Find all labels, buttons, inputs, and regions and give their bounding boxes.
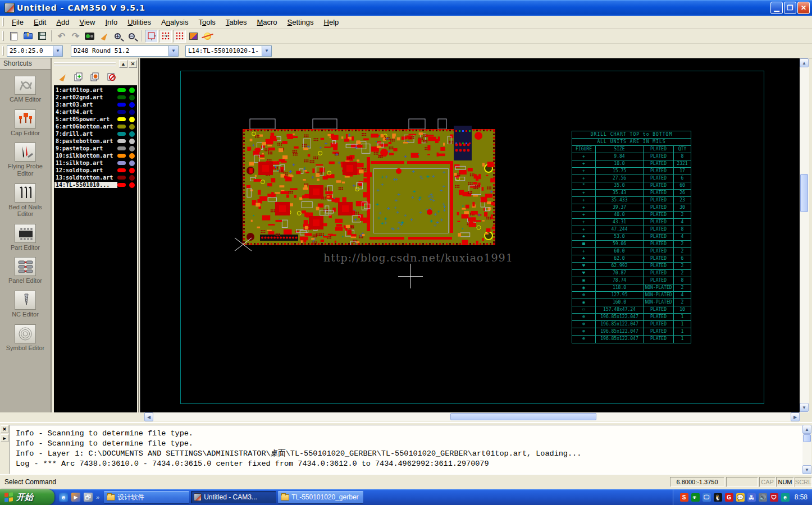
layer-draw-color[interactable]: [117, 125, 126, 128]
layer-draw-color[interactable]: [117, 154, 126, 158]
show-desktop-icon[interactable]: 🗗: [84, 493, 93, 502]
layer-row[interactable]: 5:art05power.art: [54, 116, 136, 123]
layer-row[interactable]: 1:art01top.art: [54, 86, 136, 94]
menu-tools[interactable]: Tools: [194, 17, 221, 27]
shortcut-panel-editor[interactable]: Panel Editor: [0, 257, 51, 284]
log-scroll-down-button[interactable]: ▼: [802, 465, 811, 474]
layers-table-button[interactable]: [89, 72, 101, 82]
close-button[interactable]: ✕: [797, 2, 810, 14]
layer-draw-color[interactable]: [117, 117, 126, 121]
layer-draw-color[interactable]: [117, 132, 126, 136]
layers-panel-collapse-button[interactable]: ▲: [119, 60, 127, 68]
taskbar-task--[interactable]: 设计软件: [104, 491, 189, 503]
taskbar-task-tl-550101020-gerber[interactable]: TL-550101020_gerber: [278, 491, 363, 503]
dcode-select[interactable]: D248 Round 51.2 ▼: [71, 45, 179, 57]
restore-button[interactable]: ❐: [784, 2, 796, 14]
minimize-button[interactable]: ▁: [770, 2, 783, 14]
horizontal-scroll-thumb[interactable]: [450, 413, 596, 420]
e-alert-tray-icon[interactable]: e: [781, 493, 790, 502]
grid-button[interactable]: [173, 30, 186, 43]
qq-tray-icon[interactable]: 🐧: [714, 493, 722, 502]
layer-flash-color[interactable]: [129, 131, 135, 137]
menu-utilities[interactable]: Utilities: [122, 17, 156, 27]
layer-row[interactable]: 14:TL-5501010...: [54, 181, 136, 189]
layer-draw-color[interactable]: [117, 161, 126, 165]
menu-macro[interactable]: Macro: [252, 17, 282, 27]
new-file-button[interactable]: [7, 30, 20, 43]
menu-help[interactable]: Help: [319, 17, 344, 27]
redo-button[interactable]: ↷: [69, 30, 82, 43]
layer-draw-color[interactable]: [117, 168, 126, 172]
layer-flash-color[interactable]: [129, 146, 135, 152]
menu-tables[interactable]: Tables: [221, 17, 252, 27]
media-player-icon[interactable]: ►: [71, 493, 80, 502]
layer-flash-color[interactable]: [129, 168, 135, 173]
save-button[interactable]: [35, 30, 48, 43]
shortcut-symbol-editor[interactable]: Symbol Editor: [0, 324, 51, 352]
layer-draw-color[interactable]: [117, 95, 126, 99]
layer-draw-color[interactable]: [117, 103, 126, 107]
layers-clean-button[interactable]: [56, 72, 68, 82]
layer-row[interactable]: 3:art03.art: [54, 101, 136, 108]
log-scroll-up-button[interactable]: ▲: [802, 425, 811, 434]
scroll-down-button[interactable]: ▼: [800, 403, 809, 412]
selector-grip[interactable]: [2, 46, 4, 56]
layer-flash-color[interactable]: [129, 88, 135, 93]
layer-flash-color[interactable]: [129, 102, 135, 108]
layer-draw-color[interactable]: [117, 139, 126, 143]
layer-flash-color[interactable]: [129, 139, 135, 144]
layers-add-button[interactable]: [72, 72, 84, 82]
layer-flash-color[interactable]: [129, 182, 135, 188]
layer-row[interactable]: 7:drill.art: [54, 130, 136, 137]
layer-flash-color[interactable]: [129, 160, 135, 166]
layer-flash-color[interactable]: [129, 117, 135, 122]
layer-row[interactable]: 4:art04.art: [54, 108, 136, 116]
layer-draw-color[interactable]: [117, 183, 126, 187]
layers-panel-close-button[interactable]: ✕: [129, 60, 137, 68]
shortcut-nc-editor[interactable]: NC Editor: [0, 291, 51, 318]
toolbar-grip[interactable]: [2, 31, 4, 41]
layer-row[interactable]: 10:silkbottom.art: [54, 152, 136, 159]
internet-explorer-icon[interactable]: e: [59, 493, 68, 502]
chat-tray-icon[interactable]: 💬: [736, 493, 745, 502]
scroll-right-button[interactable]: ▶: [791, 412, 800, 421]
shield-tray-icon[interactable]: 🛡: [770, 493, 778, 502]
vertical-scroll-thumb[interactable]: [800, 174, 808, 212]
layers-panel-grip[interactable]: [54, 62, 116, 66]
menu-file[interactable]: File: [7, 17, 29, 27]
menu-edit[interactable]: Edit: [29, 17, 51, 27]
log-expand-button[interactable]: ▸: [1, 434, 8, 442]
g-tray-icon[interactable]: G: [725, 493, 733, 502]
layer-row[interactable]: 9:pastetop.art: [54, 145, 136, 152]
display-tray-icon[interactable]: 🖵: [702, 493, 711, 502]
grid-select[interactable]: 25.0:25.0 ▼: [7, 45, 63, 57]
wifi-tray-icon[interactable]: ᯤ: [691, 493, 700, 502]
zoom-out-button[interactable]: −: [125, 30, 138, 43]
menu-info[interactable]: Info: [100, 17, 122, 27]
layer-row[interactable]: 8:pastebottom.art: [54, 137, 136, 145]
layer-draw-color[interactable]: [117, 176, 126, 180]
layer-row[interactable]: 12:soldtop.art: [54, 167, 136, 174]
taskbar-task-untitled-cam3-[interactable]: Untitled - CAM3...: [191, 491, 276, 503]
undo-button[interactable]: ↶: [55, 30, 68, 43]
open-file-button[interactable]: [21, 30, 34, 43]
shortcut-bed-of-nails-editor[interactable]: Bed of NailsEditor: [0, 183, 51, 218]
scroll-left-button[interactable]: ◀: [144, 412, 153, 421]
shortcut-flying-probe-editor[interactable]: Flying ProbeEditor: [0, 143, 51, 177]
layer-row[interactable]: 13:soldtottom.art: [54, 174, 136, 181]
design-canvas[interactable]: DRILL CHART TOP to BOTTOMALL UNITS ARE I…: [140, 58, 800, 412]
window-select-button[interactable]: [145, 30, 158, 43]
layer-flash-color[interactable]: [129, 175, 135, 181]
layer-select[interactable]: L14:TL-550101020-1- ▼: [185, 45, 272, 57]
layers-remove-button[interactable]: [105, 72, 117, 82]
shortcut-cam-editor[interactable]: CAM Editor: [0, 76, 51, 103]
layer-flash-color[interactable]: [129, 109, 135, 115]
sogou-tray-icon[interactable]: S: [680, 493, 688, 502]
layer-draw-color[interactable]: [117, 110, 126, 114]
layer-draw-color[interactable]: [117, 88, 126, 92]
shortcut-cap-editor[interactable]: Cap Editor: [0, 109, 51, 137]
log-close-button[interactable]: ✕: [1, 425, 8, 433]
menu-settings[interactable]: Settings: [282, 17, 319, 27]
menubar-grip[interactable]: [2, 17, 4, 26]
layer-flash-color[interactable]: [129, 95, 135, 100]
